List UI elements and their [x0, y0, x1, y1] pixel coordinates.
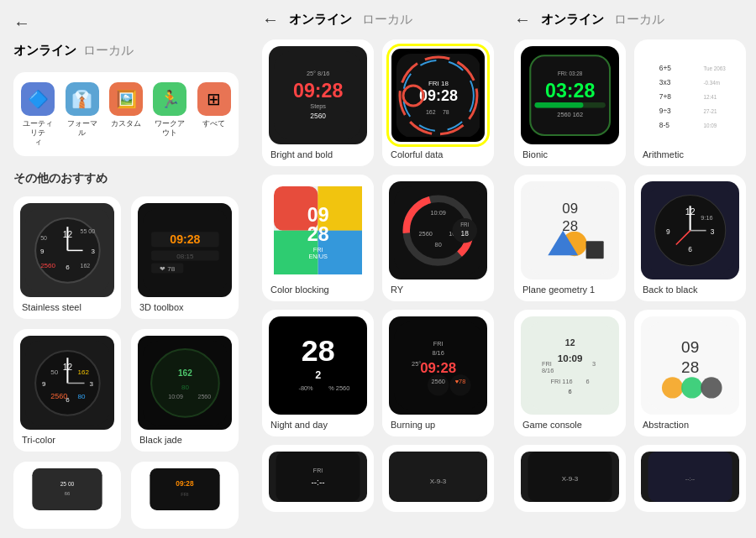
- watch-plane-geometry[interactable]: 09 28 Plane geometry 1: [514, 175, 626, 301]
- cat-utility[interactable]: 🔷 ユーティリティ: [20, 82, 55, 146]
- watch-thumb-ry: 10:09 2560 162 80 FRI 18: [389, 181, 487, 279]
- svg-text:-80%: -80%: [298, 384, 313, 392]
- svg-text:7+8: 7+8: [659, 92, 672, 101]
- svg-text:03:28: 03:28: [545, 80, 595, 102]
- watch-name-geo: Plane geometry 1: [521, 285, 619, 295]
- tab-local-left[interactable]: ローカル: [83, 43, 134, 59]
- watch-partial-m2[interactable]: X-9-3: [382, 445, 494, 512]
- watch-partial-1[interactable]: 25 00 66: [13, 462, 121, 529]
- svg-point-32: [151, 349, 219, 417]
- cat-workout-label: ワークアウト: [152, 119, 187, 138]
- cat-workout[interactable]: 🏃 ワークアウト: [152, 82, 187, 146]
- watch-ry[interactable]: 10:09 2560 162 80 FRI 18 RY: [382, 175, 494, 301]
- svg-text:09:28: 09:28: [293, 80, 343, 102]
- watch-thumb-ss: 12 6 9 3 2560 162 55 00 50: [20, 203, 114, 297]
- watch-tri-color[interactable]: 12 6 9 3 2560 80 162 50 Tri-color: [13, 329, 121, 452]
- svg-text:9: 9: [666, 227, 670, 236]
- watch-thumb-arithmetic: 6+5 Tue 2063 3x3 -0.34m 7+8 12:41 9÷3 27…: [641, 46, 739, 144]
- watch-name-nad: Night and day: [269, 420, 367, 430]
- svg-text:FRI 18: FRI 18: [428, 80, 449, 87]
- formal-icon: 👔: [66, 82, 99, 116]
- watch-name-gameconsole: Game console: [521, 420, 619, 430]
- watch-back-to-black[interactable]: 12 3 6 9 9:16 Back to black: [634, 175, 746, 301]
- watch-thumb-btb: 12 3 6 9 9:16: [641, 181, 739, 279]
- svg-text:2560: 2560: [431, 378, 444, 385]
- watch-partial-r2[interactable]: --:--: [634, 445, 746, 512]
- watch-arithmetic[interactable]: 6+5 Tue 2063 3x3 -0.34m 7+8 12:41 9÷3 27…: [634, 39, 746, 166]
- watch-3d-toolbox[interactable]: 09:28 08:15 ❤ 78 3D toolbox: [131, 196, 239, 319]
- watch-name-3dt: 3D toolbox: [138, 302, 232, 312]
- svg-point-144: [701, 377, 722, 398]
- back-button-middle[interactable]: ←: [262, 10, 279, 29]
- svg-text:09:28: 09:28: [419, 86, 458, 103]
- watch-bright-bold[interactable]: 25° 8/16 09:28 Steps 2560 Bright and bol…: [262, 39, 374, 166]
- watch-partial-m1[interactable]: FRI --:--: [262, 445, 374, 512]
- svg-text:09: 09: [681, 338, 699, 356]
- svg-text:10:09: 10:09: [558, 353, 583, 363]
- middle-watch-grid: 25° 8/16 09:28 Steps 2560 Bright and bol…: [262, 39, 494, 436]
- svg-text:❤ 78: ❤ 78: [160, 265, 176, 273]
- svg-text:2560: 2560: [197, 394, 211, 400]
- watch-thumb-nad: 28 2 -80% % 2560: [269, 316, 367, 415]
- watch-colorful-data[interactable]: FRI 18 09:28 162 78 80% Colorful data: [382, 39, 494, 166]
- right-partial-row: X-9-3 --:--: [514, 445, 746, 512]
- svg-text:78: 78: [442, 108, 449, 114]
- watch-name-bionic: Bionic: [521, 149, 619, 159]
- workout-icon: 🏃: [153, 82, 186, 116]
- watch-game-console[interactable]: 12 10:09 FRI 8/16 3 FRI 116 6 6 Game con…: [514, 310, 626, 436]
- svg-text:FRI 116: FRI 116: [550, 378, 572, 385]
- watch-partial-r1[interactable]: X-9-3: [514, 445, 626, 512]
- svg-text:27-21: 27-21: [703, 108, 717, 114]
- svg-text:162: 162: [426, 108, 436, 114]
- svg-text:80: 80: [434, 240, 441, 248]
- svg-text:09:28: 09:28: [420, 360, 456, 376]
- svg-text:2: 2: [315, 369, 321, 381]
- svg-text:28: 28: [302, 334, 335, 368]
- back-button-right[interactable]: ←: [514, 10, 531, 29]
- middle-tabs: オンライン ローカル: [289, 12, 412, 28]
- cat-custom[interactable]: 🖼️ カスタム: [108, 82, 144, 146]
- watch-burning-up[interactable]: FRI 8/16 25° 09:28 ♥78 2560 Burning up: [382, 310, 494, 436]
- tab-row-left: オンライン ローカル: [13, 43, 239, 59]
- watch-stainless-steel[interactable]: 12 6 9 3 2560 162 55 00 50 Stainless ste…: [13, 196, 121, 319]
- svg-text:2560: 2560: [50, 392, 67, 400]
- svg-text:3: 3: [710, 227, 714, 236]
- watch-name-colorblock: Color blocking: [269, 285, 367, 295]
- back-button-left[interactable]: ←: [13, 13, 239, 33]
- cat-formal[interactable]: 👔 フォーマル: [64, 82, 99, 146]
- watch-color-blocking[interactable]: 09 28 FRI EN/US Color blocking: [262, 175, 374, 301]
- svg-text:FRI: FRI: [433, 340, 444, 347]
- watch-thumb-bionic: FRI: 03:28 03:28 2560 162: [521, 46, 619, 144]
- custom-icon: 🖼️: [109, 82, 143, 116]
- watch-abstraction[interactable]: 09 28 Abstraction: [634, 310, 746, 436]
- all-icon: ⊞: [197, 82, 231, 116]
- svg-text:9:16: 9:16: [701, 214, 712, 222]
- svg-text:9: 9: [42, 380, 46, 388]
- svg-rect-130: [526, 321, 614, 410]
- tab-online-right[interactable]: オンライン: [541, 12, 604, 28]
- watch-partial-2[interactable]: 09:28 FRI: [131, 462, 239, 529]
- svg-text:50: 50: [40, 235, 47, 241]
- svg-text:10:09: 10:09: [430, 209, 445, 217]
- right-header: ← オンライン ローカル: [514, 10, 746, 29]
- right-tabs: オンライン ローカル: [541, 12, 664, 28]
- svg-text:8-5: 8-5: [659, 120, 669, 128]
- tab-online-middle[interactable]: オンライン: [289, 12, 352, 28]
- tab-online-left[interactable]: オンライン: [13, 43, 76, 59]
- cat-utility-label: ユーティリティ: [20, 119, 55, 146]
- watch-black-jade[interactable]: 162 80 10:09 2560 Black jade: [131, 329, 239, 452]
- svg-text:FRI: FRI: [181, 493, 189, 498]
- watch-thumb-bright: 25° 8/16 09:28 Steps 2560: [269, 46, 367, 144]
- watch-name-abstraction: Abstraction: [641, 420, 739, 430]
- cat-all[interactable]: ⊞ すべて: [197, 82, 232, 146]
- watch-night-day[interactable]: 28 2 -80% % 2560 Night and day: [262, 310, 374, 436]
- svg-text:6: 6: [688, 245, 692, 253]
- tab-local-middle[interactable]: ローカル: [362, 12, 412, 28]
- watch-thumb-geo: 09 28: [521, 181, 619, 279]
- svg-text:2560: 2560: [418, 230, 432, 238]
- watch-bionic[interactable]: FRI: 03:28 03:28 2560 162 Bionic: [514, 39, 626, 166]
- svg-text:Tue 2063: Tue 2063: [703, 65, 726, 71]
- watch-name-bright: Bright and bold: [269, 149, 367, 159]
- left-partial-row: 25 00 66 09:28 FRI: [13, 462, 239, 529]
- tab-local-right[interactable]: ローカル: [614, 12, 664, 28]
